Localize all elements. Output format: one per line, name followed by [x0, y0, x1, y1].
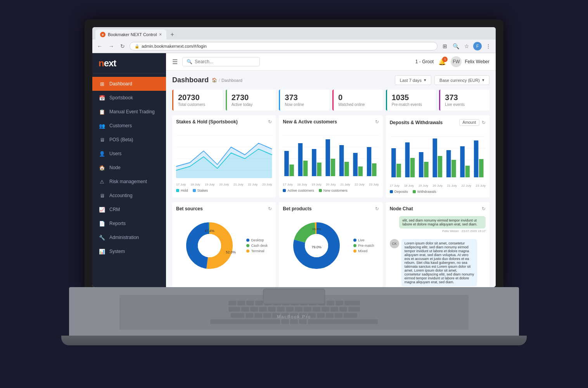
- stat-prematch-events: 1035 Pre-match events: [386, 90, 436, 111]
- stakes-chart-area: [176, 128, 272, 182]
- browser-tab-active[interactable]: e Bookmaker NEXT Control ×: [95, 29, 166, 40]
- chart-title-5: Bet products: [283, 206, 311, 211]
- search-input[interactable]: [195, 59, 256, 64]
- sidebar-item-accounting[interactable]: 🖥 Accounting: [92, 189, 166, 203]
- time-filter-button[interactable]: Last 7 days ▾: [395, 75, 431, 85]
- deposits-chart-area: [390, 129, 486, 183]
- legend-live: Live: [353, 238, 374, 242]
- legend-new-customers: New customers: [319, 189, 348, 192]
- search-icon[interactable]: 🔍: [451, 42, 460, 50]
- stat-value: 0: [338, 94, 378, 101]
- sidebar-item-label: POS (Beta): [109, 137, 133, 142]
- charts-row: Stakes & Hold (Sportsbook) ↻: [172, 115, 489, 197]
- chat-bubble-2: Lorem ipsum dolor sit amet, consetetur s…: [401, 239, 477, 286]
- macbook-label: MacBook Pro: [277, 314, 311, 319]
- user-name-label: Felix Weber: [465, 59, 489, 64]
- user-menu[interactable]: FW Felix Weber: [451, 56, 489, 67]
- sidebar-item-system[interactable]: 📊 System: [92, 244, 166, 258]
- svg-point-45: [198, 234, 221, 257]
- svg-rect-19: [317, 163, 322, 176]
- legend-desktop-label: Desktop: [251, 238, 264, 242]
- notification-badge: 1: [442, 57, 448, 62]
- browser-toolbar: ← → ↻ 🔒 admin.bookmakernext.com/#/login …: [92, 40, 496, 53]
- translate-icon[interactable]: ⊞: [441, 42, 449, 50]
- svg-rect-37: [424, 162, 429, 177]
- page-title-section: Dashboard 🏠 / Dashboard: [172, 76, 242, 84]
- refresh-deposits-icon[interactable]: ↻: [482, 120, 486, 125]
- sidebar-item-pos[interactable]: 🖥 POS (Beta): [92, 133, 166, 147]
- chart-actions-3: Amount ↻: [459, 119, 486, 126]
- sidebar-item-label: System: [109, 249, 125, 254]
- sidebar-item-label: Manual Event Trading: [109, 109, 155, 114]
- new-tab-button[interactable]: +: [167, 29, 177, 40]
- legend-live-label: Live: [358, 238, 365, 242]
- notification-bell[interactable]: 🔔 1: [438, 58, 446, 66]
- sidebar-item-manual-event[interactable]: 📋 Manual Event Trading: [92, 105, 166, 119]
- refresh-stakes-icon[interactable]: ↻: [268, 119, 272, 125]
- system-icon: 📊: [99, 248, 105, 255]
- sidebar-item-customers[interactable]: 👥 Customers: [92, 119, 166, 133]
- breadcrumb-current: Dashboard: [221, 78, 242, 83]
- tab-label: Bookmaker NEXT Control: [108, 32, 157, 37]
- stat-value: 373: [445, 94, 485, 101]
- bookmark-icon[interactable]: ☆: [462, 42, 471, 50]
- page-title: Dashboard: [172, 76, 209, 84]
- refresh-products-icon[interactable]: ↻: [375, 206, 379, 211]
- chart-bet-products: Bet products ↻: [279, 202, 382, 287]
- stat-value: 1035: [392, 94, 432, 101]
- currency-filter-button[interactable]: Base currency (EUR) ▾: [434, 75, 489, 85]
- sidebar-item-crm[interactable]: 📈 CRM: [92, 203, 166, 217]
- sidebar-item-administration[interactable]: 🔧 Administration: [92, 230, 166, 244]
- refresh-button[interactable]: ↻: [119, 42, 126, 50]
- reports-icon: 📄: [99, 220, 105, 227]
- sidebar-item-users[interactable]: 👤 Users: [92, 147, 166, 161]
- stat-now-online: 373 Now online: [279, 90, 329, 111]
- sidebar-item-label: Sportsbook: [109, 95, 133, 100]
- sidebar-item-sportsbook[interactable]: 📅 Sportsbook: [92, 91, 166, 105]
- legend-desktop: Desktop: [246, 238, 268, 242]
- sidebar-item-label: Administration: [109, 235, 139, 240]
- search-box[interactable]: 🔍: [182, 57, 260, 66]
- forward-button[interactable]: →: [107, 42, 116, 50]
- browser-chrome: e Bookmaker NEXT Control × +: [92, 27, 496, 40]
- refresh-sources-icon[interactable]: ↻: [268, 206, 272, 211]
- chevron-down-icon-2: ▾: [482, 78, 484, 83]
- manual-event-icon: 📋: [99, 108, 105, 115]
- hamburger-button[interactable]: ☰: [172, 58, 178, 66]
- chrome-user-icon[interactable]: F: [473, 42, 482, 50]
- svg-rect-21: [344, 162, 349, 176]
- sidebar-item-dashboard[interactable]: ⊞ Dashboard: [92, 77, 166, 91]
- tab-close-button[interactable]: ×: [159, 32, 162, 37]
- user-avatar: FW: [451, 56, 462, 67]
- legend-mixed-label: Mixed: [358, 249, 367, 253]
- url-text: admin.bookmakernext.com/#/login: [142, 44, 207, 48]
- sidebar-item-risk[interactable]: ⚠ Risk management: [92, 175, 166, 189]
- logo-text: next: [99, 58, 160, 69]
- svg-rect-33: [460, 146, 465, 177]
- refresh-chat-icon[interactable]: ↻: [482, 206, 486, 211]
- crm-icon: 📈: [99, 206, 105, 213]
- svg-rect-20: [331, 159, 336, 176]
- legend-mixed: Mixed: [353, 249, 374, 253]
- svg-rect-36: [410, 158, 415, 177]
- stats-row: 20730 Total customers 2730 Active today …: [172, 90, 489, 111]
- time-filter-label: Last 7 days: [400, 78, 422, 83]
- bet-sources-donut: 47.4% 52.0% Desktop: [176, 215, 272, 277]
- administration-icon: 🔧: [99, 234, 105, 241]
- stat-label: Pre-match events: [392, 102, 432, 107]
- sidebar-item-node[interactable]: 🏠 Node: [92, 161, 166, 175]
- legend-deposits: Deposits: [390, 190, 408, 194]
- address-bar[interactable]: 🔒 admin.bookmakernext.com/#/login: [130, 42, 438, 50]
- menu-icon[interactable]: ⋮: [484, 42, 493, 50]
- sidebar-item-reports[interactable]: 📄 Reports: [92, 217, 166, 230]
- sidebar-item-label: Node: [109, 165, 121, 170]
- legend-active-customers: Active customers: [283, 189, 314, 192]
- amount-button[interactable]: Amount: [459, 119, 479, 126]
- chat-meta-1: Felix Weber · 23.07.2020 19:17: [390, 229, 486, 233]
- stat-value: 2730: [232, 94, 272, 101]
- back-button[interactable]: ←: [95, 42, 104, 50]
- chart-header-2: New & Active customers ↻: [283, 119, 379, 125]
- stat-value: 20730: [178, 94, 218, 101]
- refresh-customers-icon[interactable]: ↻: [375, 119, 379, 125]
- svg-rect-35: [396, 164, 401, 177]
